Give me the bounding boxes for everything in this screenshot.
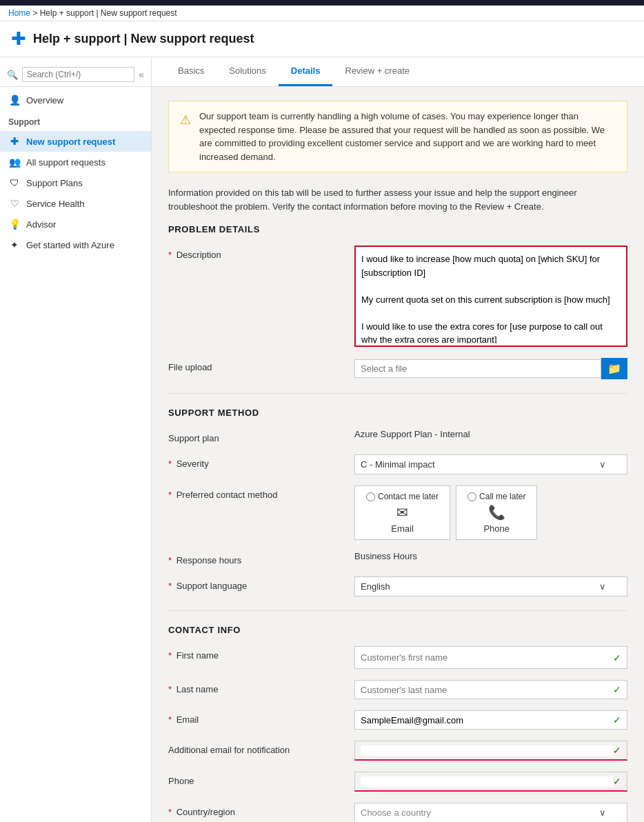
- tab-details[interactable]: Details: [279, 57, 333, 86]
- contact-method-row: * Preferred contact method Contact me la…: [168, 485, 627, 540]
- response-hours-text: Business Hours: [354, 547, 417, 561]
- get-started-icon: ✦: [8, 239, 21, 250]
- sidebar-item-label: Service Health: [26, 199, 85, 209]
- country-dropdown[interactable]: Choose a country ∨: [354, 803, 627, 822]
- file-browse-button[interactable]: 📁: [601, 358, 627, 379]
- last-name-control: ✓: [354, 680, 627, 699]
- support-language-control: English ∨: [354, 577, 627, 597]
- sidebar-item-label: All support requests: [26, 157, 105, 168]
- tab-review-create[interactable]: Review + create: [332, 57, 422, 86]
- tab-bar: Basics Solutions Details Review + create: [152, 57, 644, 87]
- phone-label: Phone: [168, 772, 348, 786]
- response-hours-label: * Response hours: [168, 551, 348, 565]
- email-check-icon: ✓: [613, 714, 621, 725]
- sidebar-item-get-started[interactable]: ✦ Get started with Azure: [0, 234, 151, 255]
- chevron-down-icon: ∨: [599, 808, 606, 818]
- sidebar-item-all-support-requests[interactable]: 👥 All support requests: [0, 152, 151, 172]
- advisor-icon: 💡: [8, 219, 21, 230]
- file-upload-label: File upload: [168, 358, 348, 372]
- additional-email-input[interactable]: [361, 745, 613, 756]
- phone-icon: 📞: [488, 504, 505, 521]
- contact-method-label: * Preferred contact method: [168, 485, 348, 500]
- last-name-check-icon: ✓: [613, 684, 621, 695]
- response-hours-row: * Response hours Business Hours: [168, 551, 627, 565]
- contact-card-email[interactable]: Contact me later ✉ Email: [354, 485, 450, 540]
- additional-email-label: Additional email for notification: [168, 741, 348, 755]
- sidebar-item-label: Overview: [26, 95, 63, 106]
- content-area: ⚠ Our support team is currently handling…: [152, 87, 644, 822]
- contact-method-control: Contact me later ✉ Email Call me later 📞: [354, 485, 627, 540]
- first-name-label: * First name: [168, 646, 348, 661]
- first-name-check-icon: ✓: [613, 652, 621, 663]
- country-row: * Country/region Choose a country ∨: [168, 803, 627, 822]
- all-requests-icon: 👥: [8, 157, 21, 168]
- file-upload-control: 📁: [354, 358, 627, 379]
- collapse-icon[interactable]: «: [139, 69, 144, 80]
- support-plan-label: Support plan: [168, 429, 348, 443]
- new-support-icon: ✚: [8, 136, 21, 147]
- main-content: Basics Solutions Details Review + create…: [152, 57, 644, 822]
- support-language-row: * Support language English ∨: [168, 577, 627, 597]
- support-plans-icon: 🛡: [8, 177, 21, 188]
- severity-control: C - Minimal impact ∨: [354, 454, 627, 474]
- sidebar-search-container: 🔍 «: [0, 63, 151, 87]
- phone-input[interactable]: [361, 776, 613, 787]
- phone-call-later-label: Call me later: [479, 492, 525, 501]
- warning-text: Our support team is currently handling a…: [199, 110, 616, 163]
- sidebar-section-support: Support: [0, 113, 151, 131]
- problem-details-title: PROBLEM DETAILS: [168, 224, 627, 234]
- contact-card-phone[interactable]: Call me later 📞 Phone: [456, 485, 537, 540]
- chevron-down-icon: ∨: [599, 459, 606, 470]
- support-plan-row: Support plan Azure Support Plan - Intern…: [168, 429, 627, 443]
- sidebar-item-label: New support request: [26, 137, 115, 147]
- support-language-label: * Support language: [168, 577, 348, 591]
- tab-solutions[interactable]: Solutions: [217, 57, 278, 86]
- page-title: Help + support | New support request: [33, 32, 254, 46]
- sidebar-item-support-plans[interactable]: 🛡 Support Plans: [0, 172, 151, 193]
- last-name-input[interactable]: [361, 685, 613, 695]
- email-input[interactable]: [361, 715, 613, 725]
- warning-banner: ⚠ Our support team is currently handling…: [168, 101, 627, 172]
- description-row: * Description I woud like to increase [h…: [168, 245, 627, 347]
- tab-basics[interactable]: Basics: [165, 57, 217, 86]
- first-name-row: * First name ✓: [168, 646, 627, 669]
- description-box: I woud like to increase [how much quota]…: [354, 245, 627, 347]
- additional-email-check-icon: ✓: [613, 745, 621, 756]
- chevron-down-icon: ∨: [599, 581, 606, 592]
- email-label: * Email: [168, 710, 348, 725]
- contact-methods: Contact me later ✉ Email Call me later 📞: [354, 485, 627, 540]
- breadcrumb-home[interactable]: Home: [8, 8, 30, 18]
- support-language-dropdown[interactable]: English ∨: [354, 577, 627, 597]
- sidebar-item-new-support-request[interactable]: ✚ New support request: [0, 131, 151, 152]
- search-input[interactable]: [22, 67, 134, 82]
- search-icon: 🔍: [7, 70, 18, 80]
- severity-value: C - Minimal impact: [361, 459, 435, 470]
- phone-label: Phone: [483, 523, 510, 534]
- sidebar-item-label: Get started with Azure: [26, 240, 114, 250]
- email-icon: ✉: [396, 504, 408, 521]
- description-textarea[interactable]: I woud like to increase [how much quota]…: [356, 247, 626, 343]
- severity-dropdown[interactable]: C - Minimal impact ∨: [354, 454, 627, 474]
- email-control: ✓: [354, 710, 627, 730]
- country-label: * Country/region: [168, 803, 348, 817]
- sidebar-item-advisor[interactable]: 💡 Advisor: [0, 214, 151, 234]
- last-name-row: * Last name ✓: [168, 680, 627, 699]
- file-upload-row: File upload 📁: [168, 358, 627, 379]
- description-control: I woud like to increase [how much quota]…: [354, 245, 627, 347]
- info-text: Information provided on this tab will be…: [168, 186, 627, 213]
- contact-info-title: CONTACT INFO: [168, 625, 627, 635]
- country-placeholder: Choose a country: [361, 808, 431, 818]
- email-row: * Email ✓: [168, 710, 627, 730]
- required-marker: *: [168, 250, 172, 260]
- sidebar-item-service-health[interactable]: ♡ Service Health: [0, 193, 151, 214]
- additional-email-control: ✓: [354, 741, 627, 761]
- additional-email-row: Additional email for notification ✓: [168, 741, 627, 761]
- sidebar-item-overview[interactable]: 👤 Overview: [0, 90, 151, 110]
- description-label: * Description: [168, 245, 348, 260]
- email-radio[interactable]: [366, 492, 375, 501]
- breadcrumb-current: Help + support | New support request: [40, 8, 177, 18]
- phone-radio[interactable]: [467, 492, 476, 501]
- file-input[interactable]: [354, 359, 601, 378]
- email-label: Email: [391, 523, 414, 534]
- first-name-input[interactable]: [361, 650, 613, 665]
